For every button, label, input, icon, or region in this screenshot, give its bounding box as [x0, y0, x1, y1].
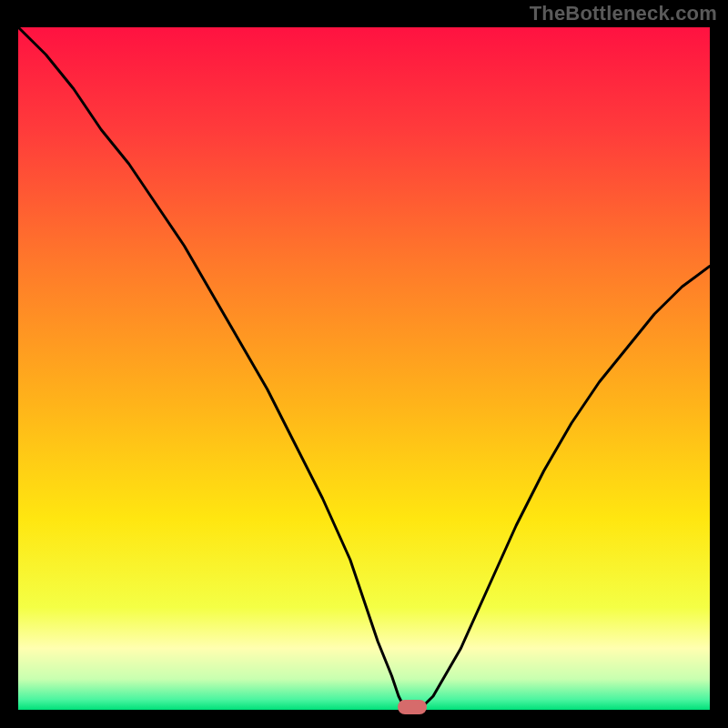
bottleneck-chart [18, 27, 710, 710]
chart-frame: TheBottleneck.com [0, 0, 728, 728]
watermark-text: TheBottleneck.com [530, 2, 717, 25]
gradient-background [18, 27, 710, 710]
optimal-point-marker [398, 700, 427, 714]
